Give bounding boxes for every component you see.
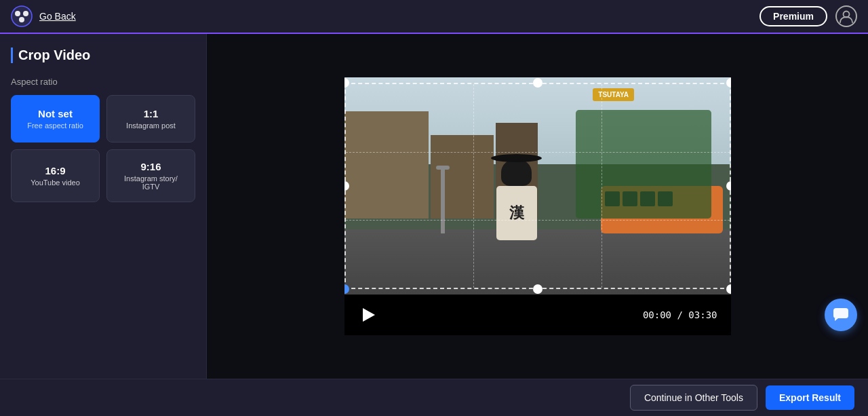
bottom-bar: Continue in Other Tools Export Result bbox=[0, 379, 868, 416]
aspect-16-9-sub: YouTube video bbox=[31, 178, 80, 187]
scene-sign: TSUTAYA bbox=[593, 88, 634, 101]
user-avatar[interactable] bbox=[835, 5, 857, 27]
svg-point-1 bbox=[15, 11, 20, 16]
topbar-left: Go Back bbox=[11, 5, 76, 27]
aspect-1-1[interactable]: 1:1 Instagram post bbox=[106, 95, 195, 143]
svg-point-2 bbox=[23, 11, 28, 16]
chat-bubble[interactable] bbox=[825, 299, 857, 331]
aspect-9-16-title: 9:16 bbox=[140, 161, 161, 172]
app-logo bbox=[11, 5, 33, 27]
aspect-1-1-sub: Instagram post bbox=[126, 121, 176, 130]
svg-rect-5 bbox=[833, 308, 848, 318]
topbar-right: Premium bbox=[760, 5, 857, 27]
player-bar: 00:00 / 03:30 bbox=[344, 295, 731, 335]
svg-point-0 bbox=[12, 6, 32, 26]
aspect-9-16[interactable]: 9:16 Instagram story/ IGTV bbox=[106, 149, 195, 202]
aspect-not-set[interactable]: Not set Free aspect ratio bbox=[11, 95, 100, 143]
export-button[interactable]: Export Result bbox=[766, 385, 854, 410]
aspect-ratio-label: Aspect ratio bbox=[11, 77, 195, 87]
canvas-area: 漢 TSUTAYA bbox=[207, 34, 868, 379]
main-content: Crop Video Aspect ratio Not set Free asp… bbox=[0, 34, 868, 379]
premium-button[interactable]: Premium bbox=[760, 6, 827, 26]
aspect-grid: Not set Free aspect ratio 1:1 Instagram … bbox=[11, 95, 195, 202]
scene-lamp bbox=[441, 166, 445, 233]
svg-point-3 bbox=[19, 17, 24, 22]
play-button[interactable] bbox=[358, 304, 380, 326]
total-time: 03:30 bbox=[688, 309, 717, 320]
svg-marker-6 bbox=[835, 318, 838, 321]
scene-figure: 漢 bbox=[491, 154, 542, 240]
aspect-not-set-title: Not set bbox=[38, 108, 73, 119]
topbar: Go Back Premium bbox=[0, 0, 868, 34]
time-display: 00:00 / 03:30 bbox=[643, 309, 717, 320]
page-title: Crop Video bbox=[11, 48, 195, 63]
go-back-link[interactable]: Go Back bbox=[39, 11, 76, 22]
aspect-16-9[interactable]: 16:9 YouTube video bbox=[11, 149, 100, 202]
continue-button[interactable]: Continue in Other Tools bbox=[630, 385, 757, 411]
aspect-not-set-sub: Free aspect ratio bbox=[27, 121, 83, 130]
scene-trees bbox=[576, 110, 711, 219]
video-container: 漢 TSUTAYA bbox=[344, 77, 731, 335]
video-thumbnail: 漢 TSUTAYA bbox=[344, 77, 731, 295]
video-scene: 漢 TSUTAYA bbox=[344, 77, 731, 295]
aspect-1-1-title: 1:1 bbox=[144, 108, 159, 119]
current-time: 00:00 bbox=[643, 309, 671, 320]
aspect-9-16-sub: Instagram story/ IGTV bbox=[115, 174, 186, 191]
play-icon bbox=[363, 308, 375, 322]
sidebar: Crop Video Aspect ratio Not set Free asp… bbox=[0, 34, 207, 379]
time-sep: / bbox=[671, 309, 688, 320]
aspect-16-9-title: 16:9 bbox=[45, 165, 65, 176]
